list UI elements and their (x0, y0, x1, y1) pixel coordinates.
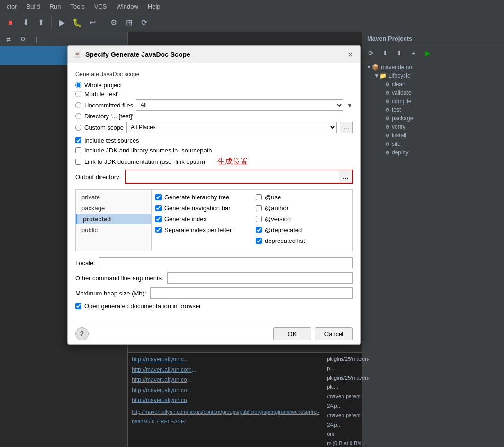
menu-item-ctor[interactable]: ctor (2, 1, 22, 12)
debug-button[interactable]: 🐛 (71, 16, 84, 29)
maven-refresh-btn[interactable]: ⟳ (364, 46, 378, 60)
left-toolbar-btn-2[interactable]: ⚙ (16, 33, 29, 46)
open-generated-checkbox[interactable] (75, 303, 81, 309)
left-toolbar-btn-1[interactable]: ⇄ (2, 33, 15, 46)
opt-index-row: Generate index (155, 215, 248, 223)
scope-custom-label[interactable]: Custom scope (84, 124, 124, 131)
maven-lifecycle-item-package[interactable]: ⚙package (362, 114, 504, 123)
maven-lifecycle-item-clean[interactable]: ⚙clean (362, 80, 504, 89)
tools-button[interactable]: ⚙ (107, 16, 120, 29)
scope-directory-radio[interactable] (75, 113, 81, 119)
maven-lifecycle-item-compile[interactable]: ⚙compile (362, 97, 504, 106)
visibility-private[interactable]: private (76, 192, 151, 203)
scope-custom-radio[interactable] (75, 125, 81, 131)
dialog-footer: ? OK Cancel (68, 323, 360, 344)
maven-project-item[interactable]: ▼ 📦 mavendemo (362, 63, 504, 72)
menu-item-tools[interactable]: Tools (65, 1, 89, 12)
opt-author-label[interactable]: @author (265, 205, 288, 212)
left-toolbar-btn-3[interactable]: | (30, 33, 44, 46)
opt-use-label[interactable]: @use (265, 194, 281, 201)
opt-deprecated-label[interactable]: @deprecated (265, 226, 302, 233)
link-jdk-checkbox[interactable] (75, 159, 81, 165)
scope-directory-label[interactable]: Directory '... [test]' (84, 113, 133, 120)
opt-index-label[interactable]: Generate index (164, 215, 207, 223)
scope-uncommitted-radio[interactable] (75, 102, 81, 108)
opt-sep-index-checkbox[interactable] (155, 227, 162, 233)
maven-lifecycle-item-test[interactable]: ⚙test (362, 106, 504, 114)
other-args-input[interactable] (167, 272, 353, 284)
include-jdk-label[interactable]: Include JDK and library sources in -sour… (84, 147, 212, 154)
dialog-close-button[interactable]: ✕ (345, 50, 355, 59)
output-directory-input[interactable] (126, 170, 339, 183)
console-link-3[interactable]: http://maven.aliyun.co (132, 376, 187, 383)
maven-upload-btn[interactable]: ⬆ (393, 46, 406, 60)
scope-uncommitted-label[interactable]: Uncommitted files (84, 102, 133, 109)
link-jdk-label[interactable]: Link to JDK documentation (use -link opt… (84, 158, 205, 165)
build-button[interactable]: ⬇ (19, 16, 32, 29)
visibility-public[interactable]: public (76, 224, 151, 235)
uncommitted-dropdown[interactable]: All (136, 99, 343, 111)
maven-lifecycle-item-install[interactable]: ⚙install (362, 131, 504, 140)
output-browse-button[interactable]: … (339, 170, 352, 183)
maven-lifecycle-item-verify[interactable]: ⚙verify (362, 123, 504, 131)
scope-whole-label[interactable]: Whole project (84, 81, 122, 89)
stop-button[interactable]: ■ (4, 16, 17, 29)
opt-index-checkbox[interactable] (155, 216, 162, 222)
maven-run-btn[interactable]: ▶ (421, 46, 434, 60)
run-button[interactable]: ⬆ (34, 16, 47, 29)
include-test-checkbox[interactable] (75, 137, 81, 143)
refresh-button[interactable]: ⟳ (137, 16, 151, 29)
scope-module-label[interactable]: Module 'test' (84, 90, 118, 98)
visibility-protected[interactable]: protected (76, 214, 151, 224)
menu-item-run[interactable]: Run (45, 1, 66, 12)
console-bottom-link[interactable]: http://maven.aliyun.com/nexus/content/gr… (132, 408, 319, 427)
menu-item-build[interactable]: Build (22, 1, 45, 12)
opt-navbar-checkbox[interactable] (155, 205, 162, 211)
visibility-package[interactable]: package (76, 203, 151, 214)
scope-module-radio[interactable] (75, 91, 81, 97)
maven-lifecycle-item-site[interactable]: ⚙site (362, 140, 504, 148)
opt-navbar-label[interactable]: Generate navigation bar (164, 205, 230, 212)
maven-lifecycle-item-deploy[interactable]: ⚙deploy (362, 148, 504, 157)
opt-version-checkbox[interactable] (256, 216, 262, 222)
ok-button[interactable]: OK (273, 327, 311, 340)
dialog-titlebar: ☕ Specify Generate JavaDoc Scope ✕ (68, 46, 360, 63)
console-link-2[interactable]: http://maven.aliyun.com (132, 367, 192, 373)
maven-add-btn[interactable]: + (407, 46, 420, 60)
maven-lifecycle-item[interactable]: ▼ 📁 Lifecycle (362, 72, 504, 80)
console-link-5[interactable]: http://maven.aliyun.co (132, 397, 187, 403)
opt-sep-index-label[interactable]: Separate index per letter (164, 226, 232, 233)
opt-deprecated-checkbox[interactable] (256, 227, 262, 233)
link-jdk-row: Link to JDK documentation (use -link opt… (75, 157, 353, 167)
menu-item-vcs[interactable]: VCS (90, 1, 112, 12)
menubar: ctor Build Run Tools VCS Window Help (0, 0, 504, 13)
console-link-1[interactable]: http://maven.aliyun.c (132, 356, 184, 363)
scope-whole-radio[interactable] (75, 82, 81, 88)
opt-hierarchy-label[interactable]: Generate hierarchy tree (164, 194, 229, 201)
menu-item-help[interactable]: Help (143, 1, 165, 12)
gear-icon: ⚙ (385, 133, 390, 139)
opt-use-checkbox[interactable] (256, 194, 262, 200)
console-link-4[interactable]: http://maven.aliyun.co (132, 387, 187, 393)
include-jdk-checkbox[interactable] (75, 147, 81, 153)
opt-deprecated-list-checkbox[interactable] (256, 238, 262, 244)
opt-hierarchy-checkbox[interactable] (155, 194, 162, 200)
run-config-button[interactable]: ▶ (55, 16, 69, 29)
console-right: plugins/25/maven-p... plugins/25/maven-p… (323, 353, 373, 447)
custom-scope-dropdown[interactable]: All Places (126, 122, 337, 133)
opt-deprecated-list-label[interactable]: deprecated list (265, 237, 305, 244)
custom-scope-browse-btn[interactable]: … (340, 122, 353, 133)
help-button[interactable]: ? (75, 327, 89, 340)
maven-download-btn[interactable]: ⬇ (378, 46, 392, 60)
maven-lifecycle-item-validate[interactable]: ⚙validate (362, 89, 504, 97)
max-heap-input[interactable] (150, 287, 353, 299)
cancel-button[interactable]: Cancel (315, 327, 353, 340)
opt-author-checkbox[interactable] (256, 205, 262, 211)
settings-button[interactable]: ⊞ (122, 16, 135, 29)
open-generated-label[interactable]: Open generated documentation in browser (84, 303, 201, 310)
include-test-label[interactable]: Include test sources (84, 137, 139, 144)
opt-version-label[interactable]: @version (265, 215, 291, 223)
undo-button[interactable]: ↩ (86, 16, 99, 29)
menu-item-window[interactable]: Window (112, 1, 143, 12)
locale-input[interactable] (99, 257, 353, 268)
